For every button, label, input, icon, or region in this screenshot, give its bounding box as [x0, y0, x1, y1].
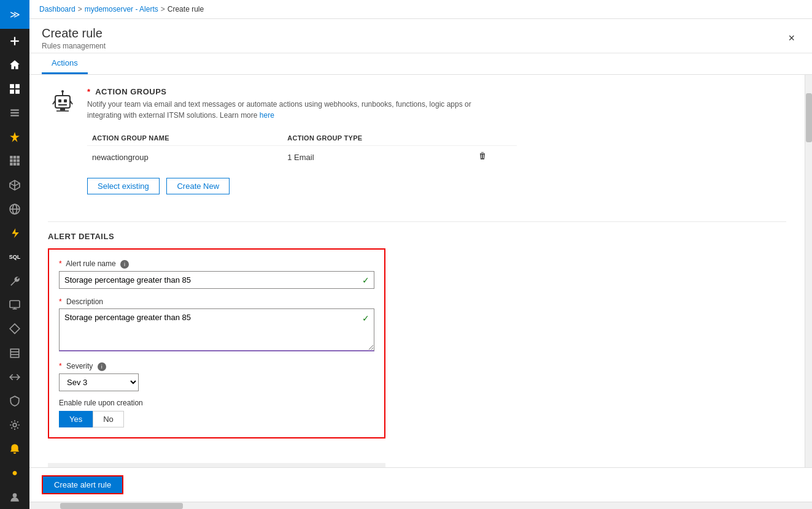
- description-label: * Description: [59, 297, 374, 306]
- alert-details-section: ALERT DETAILS * Alert rule name i ✓ *: [29, 232, 805, 453]
- enable-rule-label: Enable rule upon creation: [59, 399, 374, 407]
- sidebar-diamond[interactable]: [0, 317, 29, 341]
- svg-rect-24: [10, 349, 19, 358]
- alert-rule-name-label: * Alert rule name i: [59, 259, 374, 269]
- section-title-block: * ACTION GROUPS Notify your team via ema…: [87, 87, 486, 121]
- section-label: * ACTION GROUPS: [87, 87, 486, 96]
- content-scroll: * ACTION GROUPS Notify your team via ema…: [29, 75, 805, 467]
- alert-rule-name-input[interactable]: [59, 271, 374, 289]
- section-header: * ACTION GROUPS Notify your team via ema…: [48, 87, 786, 121]
- sidebar-user[interactable]: [0, 485, 29, 509]
- severity-select[interactable]: Sev 0 Sev 1 Sev 2 Sev 3 Sev 4: [59, 373, 139, 391]
- description-check-icon: ✓: [362, 313, 369, 323]
- svg-rect-16: [14, 163, 17, 166]
- svg-rect-30: [58, 99, 61, 102]
- svg-rect-7: [10, 112, 19, 113]
- svg-rect-3: [15, 84, 20, 88]
- svg-rect-17: [17, 163, 20, 166]
- sidebar-favorites[interactable]: [0, 125, 29, 149]
- sidebar-box[interactable]: [0, 173, 29, 197]
- sidebar-menu[interactable]: [0, 101, 29, 124]
- sidebar-expand[interactable]: ≫: [0, 0, 29, 29]
- severity-label: * Severity i: [59, 362, 374, 371]
- svg-rect-14: [17, 159, 20, 163]
- section-divider: [48, 221, 786, 222]
- sidebar-globe[interactable]: [0, 197, 29, 221]
- sidebar-bell[interactable]: [0, 437, 29, 461]
- svg-rect-5: [15, 90, 20, 94]
- section-desc: Notify your team via email and text mess…: [87, 99, 486, 121]
- sidebar-lightning[interactable]: [0, 221, 29, 245]
- create-alert-rule-button[interactable]: Create alert rule: [42, 475, 123, 494]
- alert-rule-name-check-icon: ✓: [362, 275, 369, 285]
- tab-bar: Actions: [29, 53, 812, 75]
- group-name-cell: newactiongroup: [87, 146, 282, 169]
- breadcrumb-dashboard[interactable]: Dashboard: [39, 5, 75, 13]
- vertical-scrollbar[interactable]: [805, 75, 812, 467]
- sidebar: ≫ SQL: [0, 0, 29, 509]
- description-wrapper: Storage percentage greater than 85 ✓: [59, 308, 374, 353]
- horizontal-scrollbar[interactable]: [29, 502, 812, 509]
- alert-details-label: ALERT DETAILS: [48, 232, 786, 241]
- action-buttons: Select existing Create New: [87, 178, 786, 194]
- main-panel: Dashboard > mydemoserver - Alerts > Crea…: [29, 0, 812, 509]
- breadcrumb-sep-1: >: [78, 5, 82, 13]
- svg-rect-12: [10, 159, 13, 163]
- description-input[interactable]: Storage percentage greater than 85: [59, 308, 374, 351]
- select-existing-button[interactable]: Select existing: [87, 178, 160, 194]
- svg-point-27: [13, 423, 17, 427]
- tab-actions[interactable]: Actions: [42, 53, 88, 74]
- delete-icon[interactable]: [478, 152, 487, 163]
- breadcrumb-bar: Dashboard > mydemoserver - Alerts > Crea…: [29, 0, 812, 19]
- panel-title: Create rule: [42, 26, 106, 40]
- sidebar-dashboard[interactable]: [0, 77, 29, 101]
- h-scrollbar-thumb[interactable]: [60, 503, 183, 509]
- enable-yes-button[interactable]: Yes: [59, 411, 93, 427]
- sidebar-grid[interactable]: [0, 149, 29, 173]
- sidebar-arrows[interactable]: [0, 365, 29, 389]
- svg-rect-29: [55, 96, 70, 108]
- svg-rect-6: [10, 109, 19, 110]
- action-groups-table: ACTION GROUP NAME ACTION GROUP TYPE newa…: [87, 131, 517, 168]
- required-star: *: [87, 87, 91, 96]
- sidebar-wrench[interactable]: [0, 269, 29, 293]
- create-new-button[interactable]: Create New: [166, 178, 230, 194]
- group-type-cell: 1 Email: [282, 146, 473, 169]
- panel-header: Create rule Rules management ×: [29, 19, 812, 53]
- svg-rect-36: [56, 110, 69, 112]
- svg-point-34: [61, 90, 64, 93]
- svg-rect-1: [10, 40, 19, 41]
- delete-cell[interactable]: [473, 146, 517, 169]
- breadcrumb-alerts[interactable]: mydemoserver - Alerts: [85, 5, 158, 13]
- enable-rule-buttons: Yes No: [59, 411, 374, 427]
- sidebar-circle-yellow[interactable]: ●: [0, 461, 29, 485]
- robot-icon: [48, 87, 77, 117]
- alert-rule-name-input-wrapper: ✓: [59, 271, 374, 289]
- svg-rect-9: [10, 156, 13, 159]
- sidebar-home[interactable]: [0, 53, 29, 77]
- scrollbar-thumb[interactable]: [806, 93, 812, 142]
- learn-more-link[interactable]: here: [260, 111, 274, 120]
- content-wrapper: * ACTION GROUPS Notify your team via ema…: [29, 75, 812, 467]
- enable-no-button[interactable]: No: [93, 411, 124, 427]
- col-action-group-name: ACTION GROUP NAME: [87, 131, 282, 146]
- svg-rect-10: [14, 156, 17, 159]
- svg-rect-32: [58, 104, 67, 105]
- svg-rect-13: [14, 159, 17, 163]
- svg-rect-15: [10, 163, 13, 166]
- breadcrumb-current: Create rule: [168, 5, 204, 13]
- svg-rect-11: [17, 156, 20, 159]
- sidebar-sql[interactable]: SQL: [0, 245, 29, 269]
- col-action-group-type: ACTION GROUP TYPE: [282, 131, 473, 146]
- sidebar-gear[interactable]: [0, 413, 29, 437]
- svg-rect-4: [10, 90, 14, 94]
- sidebar-monitor[interactable]: [0, 293, 29, 317]
- svg-rect-21: [10, 301, 20, 308]
- alert-rule-name-info-icon[interactable]: i: [120, 260, 129, 269]
- severity-info-icon[interactable]: i: [98, 362, 106, 371]
- close-button[interactable]: ×: [783, 29, 800, 47]
- sidebar-layers[interactable]: [0, 341, 29, 365]
- sidebar-shield[interactable]: [0, 389, 29, 413]
- sidebar-add[interactable]: [0, 29, 29, 53]
- action-groups-section: * ACTION GROUPS Notify your team via ema…: [29, 75, 805, 221]
